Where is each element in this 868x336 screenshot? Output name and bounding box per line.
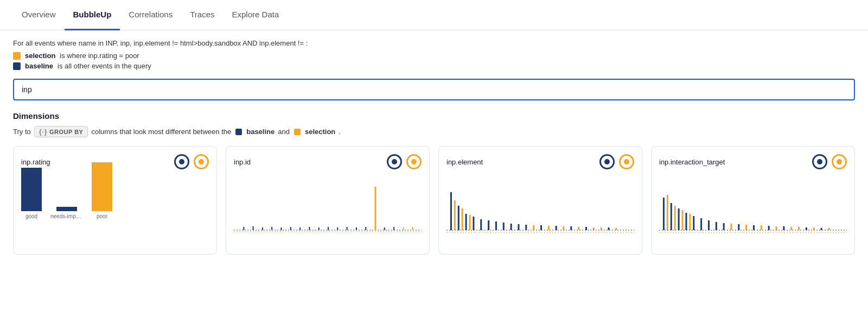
legend: selection is where inp.rating = poor bas…	[13, 52, 855, 70]
bar-needs-baseline	[56, 207, 77, 211]
tab-traces[interactable]: Traces	[181, 0, 223, 30]
group-by-badge[interactable]: {·} GROUP BY	[34, 126, 88, 137]
inp-it-baseline-icon[interactable]	[812, 154, 827, 169]
baseline-label: baseline	[25, 62, 53, 70]
svg-rect-44	[601, 227, 602, 230]
svg-rect-41	[578, 227, 579, 230]
card-inp-element[interactable]: inp.element	[438, 146, 642, 255]
svg-rect-73	[813, 227, 815, 230]
svg-rect-27	[495, 221, 497, 230]
selection-circle-icon[interactable]	[194, 154, 209, 169]
bar-good-baseline	[21, 168, 42, 211]
svg-rect-14	[356, 227, 357, 230]
svg-rect-68	[776, 226, 777, 230]
svg-rect-40	[570, 226, 572, 230]
bar-chart-inp-rating: good needs-impr… poor	[21, 176, 209, 230]
svg-rect-2	[243, 227, 244, 230]
dimensions-description: Try to {·} GROUP BY columns that look mo…	[13, 126, 855, 137]
card-inp-element-chart	[446, 176, 634, 246]
svg-rect-29	[510, 224, 512, 230]
card-inp-rating[interactable]: inp.rating good	[13, 146, 217, 255]
tab-explore-data[interactable]: Explore Data	[224, 0, 288, 30]
svg-rect-36	[540, 225, 542, 230]
bar-group-good: good	[21, 168, 42, 219]
card-inp-rating-header: inp.rating	[21, 154, 209, 169]
search-input[interactable]	[13, 79, 855, 100]
svg-rect-56	[667, 195, 668, 230]
desc-suffix: .	[339, 128, 341, 136]
svg-rect-21	[450, 192, 452, 230]
svg-rect-16	[384, 227, 385, 230]
inp-element-baseline-icon[interactable]	[599, 154, 615, 169]
svg-rect-31	[454, 200, 456, 230]
svg-rect-11	[328, 227, 329, 230]
inp-element-selection-icon[interactable]	[619, 154, 634, 169]
baseline-circle-icon[interactable]	[174, 154, 189, 169]
desc-and: and	[278, 128, 290, 136]
cards-grid: inp.rating good	[13, 146, 855, 255]
svg-rect-72	[806, 227, 807, 230]
card-inp-id-icons	[387, 154, 422, 169]
svg-rect-6	[281, 227, 282, 230]
tabs-bar: Overview BubbleUp Correlations Traces Ex…	[0, 0, 868, 30]
svg-rect-66	[761, 225, 762, 230]
svg-rect-43	[593, 227, 595, 230]
svg-rect-37	[548, 226, 550, 230]
svg-rect-52	[685, 213, 687, 230]
card-inp-interaction-target[interactable]: inp.interaction_target	[651, 146, 855, 255]
svg-rect-42	[585, 227, 587, 230]
legend-selection: selection is where inp.rating = poor	[13, 52, 855, 60]
svg-rect-7	[290, 227, 291, 230]
svg-rect-26	[488, 220, 489, 230]
svg-rect-5	[271, 227, 272, 230]
inp-element-selection-inner	[624, 159, 629, 164]
selection-circle-inner	[199, 159, 204, 164]
svg-rect-63	[738, 224, 739, 230]
svg-rect-8	[299, 227, 301, 230]
svg-rect-62	[730, 224, 732, 230]
svg-rect-58	[682, 210, 684, 230]
svg-rect-38	[556, 226, 557, 230]
svg-rect-64	[745, 225, 747, 230]
selection-color-dot	[13, 52, 21, 60]
tab-overview[interactable]: Overview	[13, 0, 65, 30]
svg-rect-34	[525, 225, 527, 230]
spark-svg-inp-it	[659, 176, 847, 236]
main-content: For all events where name in INP, inp, i…	[0, 30, 868, 263]
tab-correlations[interactable]: Correlations	[120, 0, 181, 30]
inp-id-baseline-inner	[392, 159, 397, 164]
svg-rect-17	[393, 227, 394, 230]
filter-description: For all events where name in INP, inp, i…	[13, 39, 855, 47]
svg-rect-50	[671, 203, 672, 230]
svg-rect-24	[473, 217, 474, 230]
svg-rect-15	[365, 227, 366, 230]
baseline-color-dot	[13, 62, 21, 70]
tab-bubbleup[interactable]: BubbleUp	[65, 0, 120, 30]
inp-id-selection-icon[interactable]	[406, 154, 422, 169]
svg-rect-54	[700, 218, 702, 230]
selection-inline-dot	[294, 129, 301, 135]
svg-rect-25	[480, 219, 482, 230]
svg-rect-30	[518, 224, 519, 230]
inp-it-selection-icon[interactable]	[832, 154, 847, 169]
svg-rect-75	[828, 228, 829, 230]
card-inp-interaction-target-icons	[812, 154, 847, 169]
svg-rect-60	[716, 222, 717, 230]
svg-rect-33	[469, 215, 471, 230]
card-inp-interaction-target-title: inp.interaction_target	[659, 158, 725, 166]
svg-rect-9	[309, 227, 310, 230]
card-inp-id[interactable]: inp.id	[226, 146, 430, 255]
svg-rect-51	[678, 208, 680, 230]
bar-label-good: good	[25, 213, 37, 219]
svg-rect-35	[533, 225, 534, 230]
svg-rect-18	[403, 227, 404, 230]
card-inp-rating-icons	[174, 154, 209, 169]
svg-rect-74	[821, 228, 822, 230]
inp-id-baseline-icon[interactable]	[387, 154, 402, 169]
baseline-desc: is all other events in the query	[58, 62, 151, 70]
desc-selection: selection	[305, 128, 335, 136]
svg-rect-53	[693, 216, 694, 230]
card-inp-id-title: inp.id	[234, 158, 251, 166]
bar-group-poor: poor	[92, 162, 112, 219]
svg-rect-22	[458, 206, 459, 230]
